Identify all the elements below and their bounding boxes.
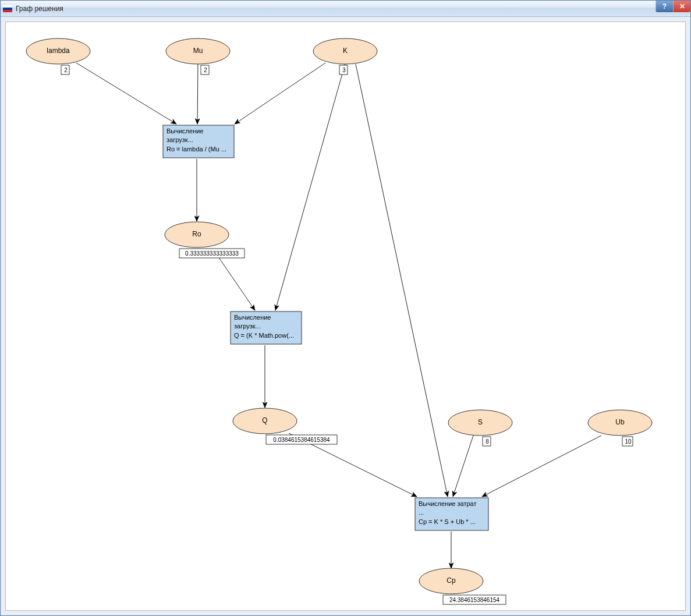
russia-flag-icon: [3, 5, 12, 12]
node-value: 24.3846153846154: [449, 597, 500, 603]
node-value: 2: [64, 67, 68, 73]
node-label: Cp: [447, 576, 456, 585]
help-button[interactable]: ?: [655, 1, 673, 12]
app-window: Граф решения ? ✕: [0, 0, 691, 616]
node-label: Mu: [193, 47, 203, 55]
svg-line-10: [482, 436, 601, 497]
calc-line: ...: [419, 509, 424, 516]
calc-ro[interactable]: Вычисление загрузк... Ro = lambda / (Mu …: [163, 125, 234, 158]
node-lambda[interactable]: lambda 2: [26, 38, 90, 75]
svg-line-8: [356, 64, 448, 497]
calc-line: Q = (K * Math.pow(...: [234, 332, 294, 339]
node-value: 2: [204, 67, 207, 73]
titlebar[interactable]: Граф решения ? ✕: [1, 1, 690, 17]
graph-svg: lambda 2 Mu 2 K 3: [6, 22, 685, 610]
svg-line-9: [453, 436, 473, 497]
node-s[interactable]: S 8: [448, 410, 512, 446]
calc-line: загрузк...: [166, 136, 193, 143]
node-value: 3: [342, 67, 346, 73]
calc-line: Вычисление затрат: [419, 500, 477, 507]
svg-line-5: [275, 63, 345, 310]
calc-line: загрузк...: [234, 323, 261, 330]
svg-line-4: [213, 249, 255, 310]
node-label: Q: [262, 416, 267, 424]
close-button[interactable]: ✕: [673, 1, 690, 12]
node-ro[interactable]: Ro 0.333333333333333: [165, 222, 244, 258]
svg-line-1: [197, 63, 198, 124]
svg-line-0: [76, 63, 176, 124]
calc-cp[interactable]: Вычисление затрат ... Cp = K * S + Ub * …: [415, 498, 488, 530]
window-title: Граф решения: [16, 5, 63, 13]
client-area: lambda 2 Mu 2 K 3: [1, 17, 690, 615]
node-value: 10: [625, 438, 632, 445]
svg-line-2: [235, 63, 325, 124]
node-k[interactable]: K 3: [313, 38, 377, 75]
calc-line: Вычисление: [166, 128, 204, 134]
node-label: S: [478, 418, 483, 426]
node-label: lambda: [47, 47, 70, 55]
calc-q[interactable]: Вычисление загрузк... Q = (K * Math.pow(…: [231, 311, 302, 344]
node-value: 0.0384615384615384: [273, 437, 330, 443]
node-q[interactable]: Q 0.0384615384615384: [233, 408, 337, 444]
node-label: Ub: [615, 418, 625, 426]
node-value: 8: [486, 438, 489, 445]
calc-line: Ro = lambda / (Mu ...: [166, 146, 226, 153]
graph-canvas[interactable]: lambda 2 Mu 2 K 3: [5, 22, 686, 611]
calc-line: Вычисление: [234, 314, 271, 321]
node-ub[interactable]: Ub 10: [588, 410, 652, 446]
node-cp[interactable]: Cp 24.3846153846154: [419, 568, 506, 604]
calc-line: Cp = K * S + Ub * ...: [419, 518, 476, 525]
window-buttons: ? ✕: [655, 1, 690, 12]
node-label: Ro: [192, 230, 201, 238]
node-value: 0.333333333333333: [185, 250, 239, 257]
node-label: K: [343, 47, 348, 55]
